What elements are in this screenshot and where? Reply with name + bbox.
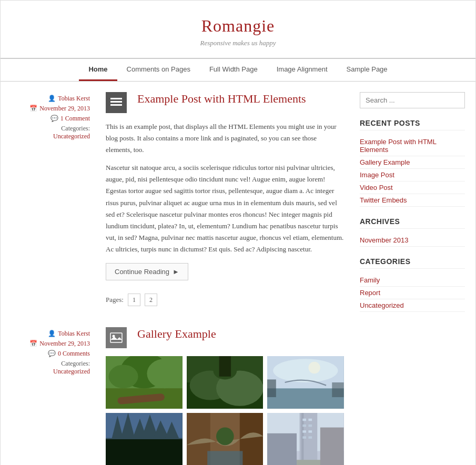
post-icon-lines <box>106 92 127 113</box>
author-icon: 👤 <box>48 95 56 103</box>
svg-point-22 <box>309 362 320 373</box>
category-family[interactable]: Family <box>360 274 465 287</box>
svg-rect-1 <box>110 101 122 103</box>
post-intro-1: This is an example post, that displays a… <box>106 121 344 156</box>
comment-icon: 💬 <box>50 115 58 123</box>
svg-point-21 <box>274 359 338 382</box>
svg-point-40 <box>216 428 234 446</box>
nav-item-sample[interactable]: Sample Page <box>337 59 397 81</box>
svg-rect-46 <box>309 419 312 421</box>
pages-label: Pages: <box>106 296 124 304</box>
categories-widget: CATEGORIES Family Report Uncategorized <box>360 257 465 312</box>
post-body-1: Nascetur sit natoque arcu, a sociis scel… <box>106 162 344 255</box>
author-icon-2: 👤 <box>48 330 56 338</box>
nav-item-home[interactable]: Home <box>79 59 117 81</box>
calendar-icon-2: 📅 <box>29 340 37 348</box>
author-line: 👤 Tobias Kerst <box>11 95 90 103</box>
svg-rect-52 <box>309 436 312 438</box>
svg-rect-0 <box>110 98 122 99</box>
pagination: Pages: 1 2 <box>106 294 344 306</box>
post-2: 👤 Tobias Kerst 📅 November 29, 2013 💬 0 C… <box>11 327 344 465</box>
post-meta-2: 👤 Tobias Kerst 📅 November 29, 2013 💬 0 C… <box>11 327 100 376</box>
post-icon-image <box>106 327 127 348</box>
archive-nov-2013[interactable]: November 2013 <box>360 234 465 247</box>
comments-link-2[interactable]: 0 Comments <box>58 350 90 358</box>
post-header-2: Gallery Example <box>106 327 344 348</box>
nav-item-image-alignment[interactable]: Image Alignment <box>267 59 337 81</box>
recent-post-5[interactable]: Twitter Embeds <box>360 194 465 207</box>
post-header-1: Example Post with HTML Elements <box>106 92 344 113</box>
svg-rect-49 <box>303 430 307 432</box>
main-nav: Home Comments on Pages Full Width Page I… <box>1 59 475 82</box>
recent-posts-heading: RECENT POSTS <box>360 119 465 130</box>
site-description: Responsive makes us happy <box>11 39 465 47</box>
site-title: Romangie <box>11 16 465 36</box>
svg-rect-48 <box>309 424 312 427</box>
svg-rect-23 <box>267 379 276 397</box>
gallery-grid <box>106 356 344 465</box>
svg-rect-24 <box>332 382 344 397</box>
svg-point-10 <box>147 359 182 388</box>
svg-rect-47 <box>303 424 307 427</box>
svg-rect-17 <box>219 356 230 377</box>
svg-rect-51 <box>303 436 307 438</box>
category-uncategorized[interactable]: Uncategorized <box>360 299 465 312</box>
recent-post-1[interactable]: Example Post with HTML Elements <box>360 136 465 156</box>
archives-heading: ARCHIVES <box>360 217 465 229</box>
author-link-2[interactable]: Tobias Kerst <box>58 330 90 338</box>
date-line: 📅 November 29, 2013 <box>11 105 90 113</box>
gallery-item-3[interactable] <box>267 356 344 409</box>
gallery-item-6[interactable] <box>267 413 344 465</box>
post-content-2: Gallery Example <box>106 327 344 465</box>
svg-rect-39 <box>207 451 242 465</box>
continue-reading-button[interactable]: Continue Reading ► <box>106 263 188 280</box>
category-report[interactable]: Report <box>360 287 465 299</box>
comments-line-2: 💬 0 Comments <box>11 350 90 358</box>
categories-value-2: Uncategorized <box>11 368 90 376</box>
gallery-item-1[interactable] <box>106 356 183 409</box>
arrow-right-icon: ► <box>173 268 179 276</box>
post-title-2[interactable]: Gallery Example <box>137 327 344 341</box>
post-date: November 29, 2013 <box>39 105 90 113</box>
gallery-item-2[interactable] <box>187 356 264 409</box>
page-1-button[interactable]: 1 <box>128 294 140 306</box>
gallery-item-5[interactable] <box>187 413 264 465</box>
continue-label: Continue Reading <box>115 268 169 276</box>
recent-posts-widget: RECENT POSTS Example Post with HTML Elem… <box>360 119 465 207</box>
nav-item-comments[interactable]: Comments on Pages <box>117 59 200 81</box>
post-date-2: November 29, 2013 <box>39 340 90 348</box>
comment-icon-2: 💬 <box>48 350 56 358</box>
svg-rect-3 <box>110 333 122 342</box>
search-input[interactable] <box>360 92 465 108</box>
categories-label-1: Categories: <box>11 125 90 133</box>
svg-rect-33 <box>106 438 183 465</box>
nav-item-fullwidth[interactable]: Full Width Page <box>200 59 267 81</box>
author-line-2: 👤 Tobias Kerst <box>11 330 90 338</box>
svg-rect-2 <box>110 104 122 106</box>
post-title-1[interactable]: Example Post with HTML Elements <box>137 92 344 106</box>
recent-post-2[interactable]: Gallery Example <box>360 156 465 169</box>
categories-heading: CATEGORIES <box>360 257 465 269</box>
svg-rect-34 <box>106 413 183 439</box>
comments-link[interactable]: 1 Comment <box>60 115 90 123</box>
main-content: 👤 Tobias Kerst 📅 November 29, 2013 💬 1 C… <box>11 92 344 465</box>
svg-rect-50 <box>309 430 312 432</box>
comments-line: 💬 1 Comment <box>11 115 90 123</box>
svg-point-9 <box>109 365 138 388</box>
svg-rect-45 <box>303 419 307 421</box>
post-1: 👤 Tobias Kerst 📅 November 29, 2013 💬 1 C… <box>11 92 344 306</box>
author-link[interactable]: Tobias Kerst <box>58 95 90 103</box>
recent-post-4[interactable]: Video Post <box>360 181 465 194</box>
sidebar: RECENT POSTS Example Post with HTML Elem… <box>360 92 465 465</box>
gallery-item-4[interactable] <box>106 413 183 465</box>
svg-rect-54 <box>267 433 297 465</box>
svg-rect-55 <box>320 428 344 465</box>
recent-post-3[interactable]: Image Post <box>360 169 465 181</box>
post-content-1: Example Post with HTML Elements This is … <box>106 92 344 306</box>
categories-label-2: Categories: <box>11 360 90 368</box>
archives-widget: ARCHIVES November 2013 <box>360 217 465 247</box>
page-2-button[interactable]: 2 <box>145 294 157 306</box>
categories-value-1: Uncategorized <box>11 133 90 140</box>
svg-rect-38 <box>240 413 264 465</box>
post-meta-1: 👤 Tobias Kerst 📅 November 29, 2013 💬 1 C… <box>11 92 100 140</box>
